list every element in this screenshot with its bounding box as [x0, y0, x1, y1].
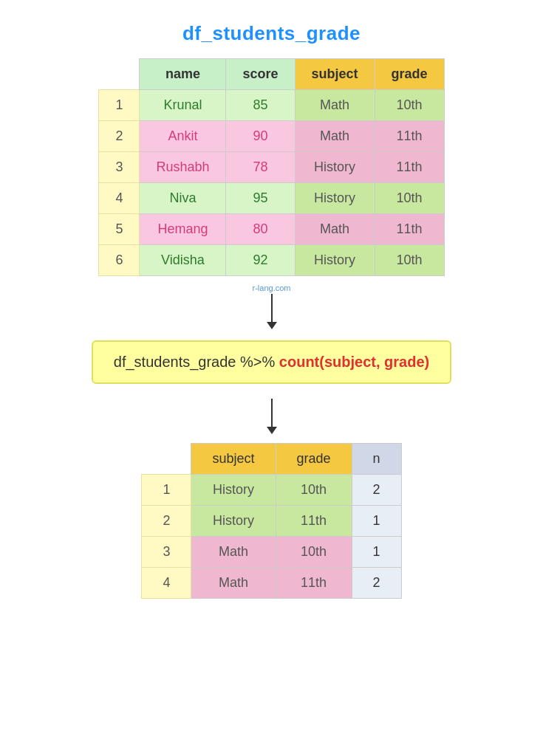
table-row: 1 History 10th 2	[142, 475, 401, 506]
row-grade: 10th	[375, 90, 444, 121]
row-subject: Math	[295, 214, 375, 245]
bottom-row-subject: History	[191, 506, 276, 537]
row-grade: 11th	[375, 214, 444, 245]
row-score: 92	[226, 245, 295, 276]
row-subject: Math	[295, 121, 375, 152]
arrow1	[271, 294, 273, 323]
row-index: 3	[99, 152, 140, 183]
row-name: Niva	[140, 183, 226, 214]
arrow2	[271, 399, 273, 428]
bottom-row-grade: 10th	[276, 537, 352, 568]
top-table-wrapper: name score subject grade 1 Krunal 85 Mat…	[98, 58, 444, 276]
bottom-row-n: 2	[352, 568, 401, 599]
table-row: 1 Krunal 85 Math 10th	[99, 90, 444, 121]
table-row: 2 Ankit 90 Math 11th	[99, 121, 444, 152]
bottom-table-wrapper: subject grade n 1 History 10th 2 2 Histo…	[141, 443, 401, 599]
bottom-row-n: 2	[352, 475, 401, 506]
table-row: 3 Math 10th 1	[142, 537, 401, 568]
bottom-row-grade: 11th	[276, 568, 352, 599]
row-name: Rushabh	[140, 152, 226, 183]
row-score: 78	[226, 152, 295, 183]
bottom-row-grade: 10th	[276, 475, 352, 506]
bottom-row-n: 1	[352, 506, 401, 537]
header-grade: grade	[375, 59, 444, 90]
row-score: 80	[226, 214, 295, 245]
code-highlight: count(subject, grade)	[279, 354, 429, 370]
watermark: r-lang.com	[253, 284, 291, 292]
row-grade: 11th	[375, 121, 444, 152]
row-score: 90	[226, 121, 295, 152]
index-header-spacer	[99, 59, 140, 90]
table-row: 4 Math 11th 2	[142, 568, 401, 599]
arrow1-container: r-lang.com	[15, 284, 528, 323]
row-index: 5	[99, 214, 140, 245]
row-grade: 10th	[375, 245, 444, 276]
bottom-table-header-row: subject grade n	[142, 444, 401, 475]
top-table-header-row: name score subject grade	[99, 59, 444, 90]
bottom-table: subject grade n 1 History 10th 2 2 Histo…	[141, 443, 401, 599]
table-row: 4 Niva 95 History 10th	[99, 183, 444, 214]
row-name: Krunal	[140, 90, 226, 121]
table-row: 2 History 11th 1	[142, 506, 401, 537]
row-score: 85	[226, 90, 295, 121]
row-name: Hemang	[140, 214, 226, 245]
bottom-row-index: 2	[142, 506, 191, 537]
bottom-row-index: 4	[142, 568, 191, 599]
header-score: score	[226, 59, 295, 90]
bottom-row-subject: Math	[191, 568, 276, 599]
header-name: name	[140, 59, 226, 90]
bottom-row-subject: History	[191, 475, 276, 506]
table-row: 3 Rushabh 78 History 11th	[99, 152, 444, 183]
row-index: 6	[99, 245, 140, 276]
bottom-header-subject: subject	[191, 444, 276, 475]
row-name: Vidisha	[140, 245, 226, 276]
bottom-index-header-spacer	[142, 444, 191, 475]
code-prefix: df_students_grade %>%	[114, 354, 279, 370]
bottom-row-index: 1	[142, 475, 191, 506]
row-subject: Math	[295, 90, 375, 121]
bottom-row-n: 1	[352, 537, 401, 568]
row-index: 4	[99, 183, 140, 214]
row-subject: History	[295, 152, 375, 183]
bottom-row-index: 3	[142, 537, 191, 568]
page-title: df_students_grade	[182, 22, 361, 45]
row-grade: 10th	[375, 183, 444, 214]
row-index: 1	[99, 90, 140, 121]
row-index: 2	[99, 121, 140, 152]
arrow2-container	[15, 399, 528, 428]
top-table: name score subject grade 1 Krunal 85 Mat…	[98, 58, 444, 276]
row-grade: 11th	[375, 152, 444, 183]
bottom-header-grade: grade	[276, 444, 352, 475]
table-row: 5 Hemang 80 Math 11th	[99, 214, 444, 245]
row-score: 95	[226, 183, 295, 214]
header-subject: subject	[295, 59, 375, 90]
table-row: 6 Vidisha 92 History 10th	[99, 245, 444, 276]
bottom-header-n: n	[352, 444, 401, 475]
code-box: df_students_grade %>% count(subject, gra…	[92, 340, 451, 384]
bottom-row-grade: 11th	[276, 506, 352, 537]
bottom-row-subject: Math	[191, 537, 276, 568]
row-name: Ankit	[140, 121, 226, 152]
row-subject: History	[295, 245, 375, 276]
row-subject: History	[295, 183, 375, 214]
